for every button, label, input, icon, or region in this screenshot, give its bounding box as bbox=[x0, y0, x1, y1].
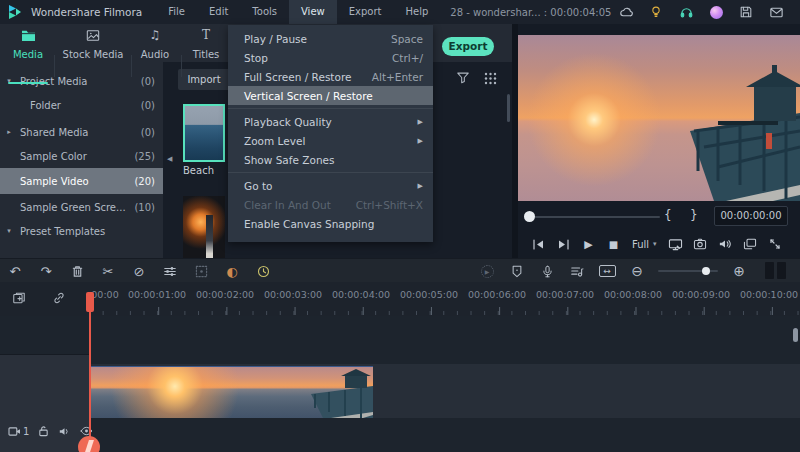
ruler-label: 00:00:03:00 bbox=[264, 289, 322, 300]
menu-file[interactable]: File bbox=[156, 0, 197, 24]
play-button[interactable]: ▶ bbox=[576, 238, 601, 251]
clip-name: Beach bbox=[183, 165, 225, 176]
menu-item-vertical-screen-restore[interactable]: Vertical Screen / Restore bbox=[228, 86, 433, 105]
save-icon[interactable] bbox=[731, 0, 761, 24]
track-height-toggle-icon[interactable] bbox=[765, 262, 786, 279]
support-headset-icon[interactable] bbox=[671, 0, 701, 24]
menu-item-enable-canvas-snapping[interactable]: Enable Canvas Snapping bbox=[228, 214, 433, 233]
menu-item-label: Play / Pause bbox=[244, 33, 307, 45]
tab-media[interactable]: Media bbox=[8, 28, 48, 60]
voice-mic-icon[interactable] bbox=[791, 0, 800, 24]
adjust-properties-icon[interactable] bbox=[161, 262, 179, 280]
next-frame-button[interactable] bbox=[551, 239, 576, 250]
record-voiceover-mic-icon[interactable] bbox=[538, 262, 556, 280]
mark-in-button[interactable]: { bbox=[664, 208, 672, 222]
media-clip-lighthouse[interactable] bbox=[183, 196, 225, 258]
media-folder-icon bbox=[21, 28, 36, 42]
link-clips-icon[interactable] bbox=[52, 291, 66, 305]
playhead-handle[interactable] bbox=[86, 292, 94, 312]
redo-icon[interactable]: ↷ bbox=[37, 262, 55, 280]
undo-icon[interactable]: ↶ bbox=[6, 262, 24, 280]
media-clip-beach[interactable]: Beach bbox=[183, 104, 225, 176]
playback-quality-dropdown[interactable]: Full ▾ bbox=[632, 239, 657, 250]
fit-timeline-zoom-icon[interactable]: ↔ bbox=[598, 262, 616, 280]
menu-item-stop[interactable]: Stop Ctrl+/ bbox=[228, 48, 433, 67]
zoom-in-icon[interactable]: ⊕ bbox=[730, 262, 748, 280]
timeline-body[interactable]: 1 bbox=[0, 316, 800, 452]
menu-help[interactable]: Help bbox=[393, 0, 440, 24]
split-scissors-icon[interactable]: ✂ bbox=[99, 262, 117, 280]
lightbulb-icon[interactable] bbox=[641, 0, 671, 24]
import-button[interactable]: Import bbox=[178, 69, 230, 90]
menu-item-full-screen-restore[interactable]: Full Screen / Restore Alt+Enter bbox=[228, 67, 433, 86]
timeline-scrollbar[interactable] bbox=[793, 328, 798, 342]
menu-item-go-to[interactable]: Go to ▶ bbox=[228, 176, 433, 195]
filter-funnel-icon[interactable] bbox=[456, 71, 470, 84]
playhead-line[interactable] bbox=[89, 292, 91, 452]
menu-tools[interactable]: Tools bbox=[240, 0, 289, 24]
preview-seek-handle[interactable] bbox=[524, 211, 535, 222]
keyframe-icon[interactable]: ◐ bbox=[223, 262, 241, 280]
previous-frame-button[interactable] bbox=[526, 239, 551, 250]
zoom-out-icon[interactable]: ⊖ bbox=[628, 262, 646, 280]
menu-item-play-pause[interactable]: Play / Pause Space bbox=[228, 29, 433, 48]
lock-track-icon[interactable] bbox=[38, 425, 49, 437]
timeline-ruler[interactable]: 00:00 00:00:01:00 00:00:02:00 00:00:03:0… bbox=[0, 283, 800, 316]
motion-tracking-icon[interactable] bbox=[192, 262, 210, 280]
sidebar-item-preset-templates[interactable]: ▾ Preset Templates bbox=[0, 219, 163, 243]
playhead-bottom-marker[interactable] bbox=[78, 436, 100, 452]
grid-view-icon[interactable] bbox=[484, 72, 497, 87]
expander-right-icon[interactable]: ▸ bbox=[0, 128, 18, 136]
stop-button[interactable]: ■ bbox=[601, 239, 626, 250]
preview-video-frame[interactable] bbox=[518, 35, 800, 201]
sidebar-label: Project Media bbox=[18, 76, 141, 87]
submenu-arrow-icon: ▶ bbox=[418, 182, 423, 190]
copy-snapshot-icon[interactable] bbox=[12, 291, 26, 305]
expander-down-icon[interactable]: ▾ bbox=[0, 227, 18, 235]
zoom-slider-handle[interactable] bbox=[702, 267, 710, 275]
delete-trash-icon[interactable] bbox=[68, 262, 86, 280]
timeline-clip-sunset[interactable] bbox=[90, 366, 373, 418]
sidebar-item-folder[interactable]: Folder (0) bbox=[0, 93, 163, 117]
sidebar-item-shared-media[interactable]: ▸ Shared Media (0) bbox=[0, 120, 163, 144]
menu-export[interactable]: Export bbox=[337, 0, 394, 24]
hide-track-eye-icon[interactable] bbox=[80, 426, 93, 436]
crop-icon[interactable]: ⊘ bbox=[130, 262, 148, 280]
menu-item-zoom-level[interactable]: Zoom Level ▶ bbox=[228, 131, 433, 150]
account-avatar[interactable] bbox=[701, 0, 731, 24]
sidebar-item-sample-green-screen[interactable]: Sample Green Scre... (10) bbox=[0, 195, 163, 219]
mute-track-speaker-icon[interactable] bbox=[58, 426, 71, 437]
sidebar-item-project-media[interactable]: ▾ Project Media (0) bbox=[0, 69, 163, 93]
menu-view[interactable]: View bbox=[289, 0, 337, 24]
audio-note-icon: ♫ bbox=[150, 28, 161, 42]
snapshot-camera-icon[interactable] bbox=[688, 238, 713, 250]
menu-item-show-safe-zones[interactable]: Show Safe Zones bbox=[228, 150, 433, 169]
speed-ramping-icon[interactable] bbox=[254, 262, 272, 280]
feedback-mail-icon[interactable] bbox=[761, 0, 791, 24]
sidebar-collapse-arrow[interactable]: ◀ bbox=[167, 155, 172, 163]
view-menu-dropdown: Play / Pause Space Stop Ctrl+/ Full Scre… bbox=[228, 25, 433, 242]
render-preview-icon[interactable]: ▶ bbox=[478, 262, 496, 280]
menu-item-playback-quality[interactable]: Playback Quality ▶ bbox=[228, 112, 433, 131]
media-panel-scrollbar[interactable] bbox=[507, 94, 510, 122]
export-button[interactable]: Export bbox=[442, 37, 494, 56]
tab-audio[interactable]: ♫ Audio bbox=[138, 28, 172, 60]
tab-stock-media[interactable]: Stock Media bbox=[62, 28, 124, 60]
menu-item-label: Playback Quality bbox=[244, 116, 332, 128]
mark-out-button[interactable]: } bbox=[690, 208, 698, 222]
detach-monitor-icon[interactable] bbox=[663, 238, 688, 251]
marker-icon[interactable] bbox=[508, 262, 526, 280]
sidebar-item-sample-video[interactable]: Sample Video (20) bbox=[0, 168, 163, 194]
ruler-label: 00:00:07:00 bbox=[536, 289, 594, 300]
volume-speaker-icon[interactable] bbox=[713, 238, 738, 250]
preview-seek-bar[interactable] bbox=[528, 216, 660, 218]
preview-seek-row: { } 00:00:00:00 bbox=[512, 206, 800, 228]
cloud-icon[interactable] bbox=[611, 0, 641, 24]
tab-titles[interactable]: T Titles bbox=[190, 28, 222, 60]
audio-mixer-icon[interactable] bbox=[568, 262, 586, 280]
sidebar-item-sample-color[interactable]: Sample Color (25) bbox=[0, 144, 163, 168]
fullscreen-expand-icon[interactable] bbox=[763, 238, 788, 250]
menu-edit[interactable]: Edit bbox=[197, 0, 240, 24]
change-layout-icon[interactable] bbox=[738, 238, 763, 250]
timeline-zoom-slider[interactable] bbox=[658, 270, 718, 272]
